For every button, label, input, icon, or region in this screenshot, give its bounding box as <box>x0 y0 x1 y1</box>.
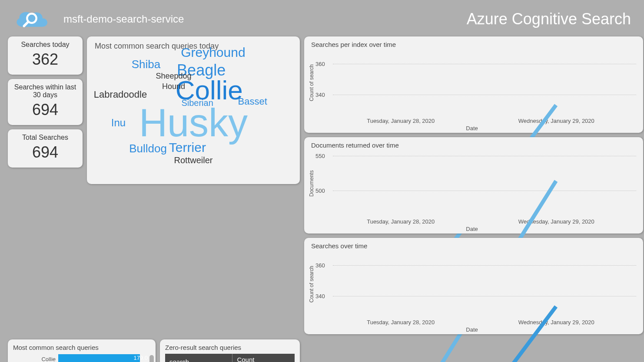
zero-result-table-card[interactable]: Zero-result search queries searchCount▼ … <box>160 339 300 362</box>
bar-track: 179.0 <box>58 354 149 362</box>
wordcloud-word[interactable]: Bulldog <box>129 142 167 155</box>
kpi-label: Searches today <box>10 41 80 49</box>
service-name: msft-demo-search-service <box>63 13 184 25</box>
y-axis-label: Count of search <box>308 48 315 118</box>
bar-chart-scroll-thumb[interactable] <box>149 355 154 362</box>
wordcloud-area: HuskyCollieBeagleGreyhoundTerrierShibaBu… <box>95 53 292 170</box>
wordcloud-word[interactable]: Sheepdog <box>156 72 192 81</box>
bar-chart-scrollbar[interactable] <box>149 355 154 362</box>
line-chart-card-2[interactable]: Searches over time Count of search 34036… <box>304 238 643 334</box>
kpi-card-0[interactable]: Searches today 362 <box>8 36 83 75</box>
header-left: msft-demo-search-service <box>12 5 184 33</box>
wordcloud-word[interactable]: Terrier <box>169 140 206 155</box>
bar-fill: 179.0 <box>58 354 140 362</box>
zero-result-table: searchCount▼ Cat 17Cats 7 Total 24 <box>165 354 295 362</box>
line-chart-title: Documents returned over time <box>311 142 636 149</box>
wordcloud-word[interactable]: Shiba <box>132 58 161 71</box>
y-axis-label: Count of search <box>308 250 315 319</box>
kpi-value: 694 <box>10 101 80 119</box>
svg-line-4 <box>396 306 556 362</box>
line-chart-card-1[interactable]: Documents returned over time Documents 5… <box>304 137 643 234</box>
bar-chart-title: Most common search queries <box>13 344 153 351</box>
zero-result-title: Zero-result search queries <box>165 344 295 351</box>
wordcloud-word[interactable]: Siberian <box>181 98 213 108</box>
kpi-label: Total Searches <box>10 134 80 142</box>
line-path <box>315 250 636 362</box>
bar-row[interactable]: Collie 179.0 <box>10 354 149 362</box>
plot-area: 340360 <box>315 48 636 118</box>
wordcloud-word[interactable]: Basset <box>238 96 267 107</box>
wordcloud-card[interactable]: Most common search queries today HuskyCo… <box>87 36 300 184</box>
bottom-row: Most common search queries Collie 179.0 … <box>8 339 300 362</box>
wordcloud-word[interactable]: Inu <box>111 117 126 129</box>
wordcloud-word[interactable]: Greyhound <box>181 45 245 60</box>
header: msft-demo-search-service Azure Cognitive… <box>0 0 644 36</box>
line-chart-title: Searches over time <box>311 242 636 250</box>
search-cloud-icon <box>12 5 51 33</box>
line-chart-card-0[interactable]: Searches per index over time Count of se… <box>304 36 643 133</box>
wordcloud-word[interactable]: Hound <box>162 82 185 91</box>
table-header[interactable]: search <box>165 354 232 362</box>
kpi-card-1[interactable]: Searches within last 30 days 694 <box>8 79 83 125</box>
table-header[interactable]: Count▼ <box>232 354 295 362</box>
bar-chart-area: Collie 179.0 Husky 129.0 Beagle 101.0 Si… <box>10 354 153 362</box>
wordcloud-word[interactable]: Labradoodle <box>94 89 147 100</box>
plot-area: 500550 <box>315 149 636 218</box>
plot-area: 340360 <box>315 250 636 319</box>
product-name: Azure Cognitive Search <box>467 10 631 28</box>
kpi-value: 694 <box>10 143 80 161</box>
kpi-label: Searches within last 30 days <box>10 83 80 99</box>
bar-value: 179.0 <box>133 355 148 361</box>
kpi-value: 362 <box>10 50 80 69</box>
bar-chart-card[interactable]: Most common search queries Collie 179.0 … <box>8 339 156 362</box>
y-axis-label: Documents <box>308 149 315 218</box>
kpi-card-2[interactable]: Total Searches 694 <box>8 129 83 168</box>
wordcloud-word[interactable]: Rottweiler <box>174 155 213 165</box>
right-column: Searches per index over time Count of se… <box>304 36 643 334</box>
bar-label: Collie <box>10 356 58 362</box>
kpi-column: Searches today 362Searches within last 3… <box>8 36 83 334</box>
line-chart-title: Searches per index over time <box>311 41 636 48</box>
